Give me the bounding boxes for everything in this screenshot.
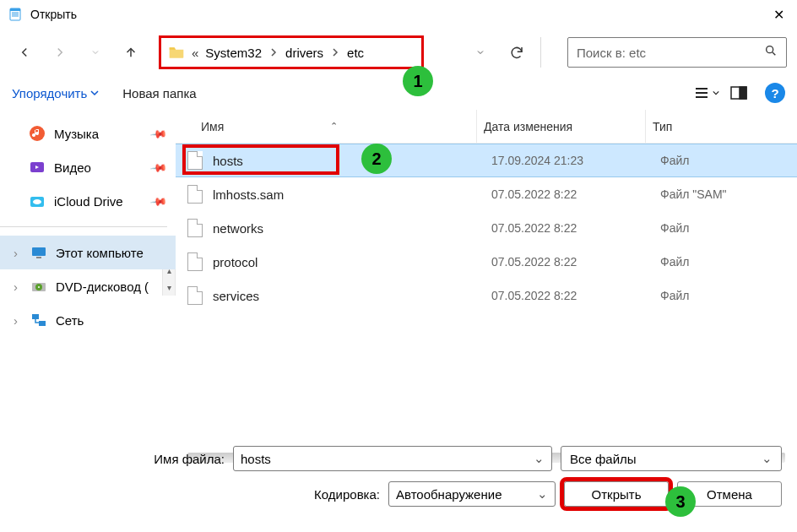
file-row[interactable]: networks07.05.2022 8:22Файл <box>176 211 797 245</box>
svg-rect-10 <box>740 87 746 99</box>
chevron-down-icon[interactable]: ⌄ <box>537 486 548 502</box>
breadcrumb-seg-1[interactable]: drivers <box>282 44 327 62</box>
window-title: Открыть <box>30 8 760 21</box>
up-button[interactable] <box>117 38 145 67</box>
chevron-right-icon[interactable] <box>270 45 277 60</box>
filename-input[interactable]: hosts ⌄ <box>233 446 552 471</box>
column-date[interactable]: Дата изменения <box>476 110 645 143</box>
file-type: Файл <box>660 289 797 302</box>
svg-rect-16 <box>32 247 46 256</box>
file-row[interactable]: services07.05.2022 8:22Файл <box>176 279 797 312</box>
file-date: 17.09.2024 21:23 <box>491 154 660 167</box>
svg-point-15 <box>33 199 41 204</box>
expander-icon[interactable]: › <box>14 313 27 328</box>
encoding-label: Кодировка: <box>15 487 380 502</box>
filename-label: Имя файла: <box>15 452 225 466</box>
filetype-filter[interactable]: Все файлы ⌄ <box>561 446 782 471</box>
command-bar: Упорядочить Новая папка ? <box>0 76 797 110</box>
chevron-down-icon[interactable]: ⌄ <box>762 451 773 466</box>
file-date: 07.05.2022 8:22 <box>491 289 660 302</box>
nav-toolbar: « System32 drivers etc Поиск в: etc <box>0 29 797 76</box>
address-dropdown[interactable] <box>468 47 493 57</box>
back-button[interactable] <box>10 38 39 67</box>
icloud-icon <box>29 193 46 209</box>
file-icon <box>187 151 203 170</box>
breadcrumb-prefix: « <box>192 46 198 60</box>
recent-dropdown[interactable] <box>81 38 110 67</box>
file-name: hosts <box>213 154 491 168</box>
sidebar-item-network[interactable]: › Сеть <box>0 303 176 337</box>
svg-rect-17 <box>36 257 41 258</box>
chevron-down-icon[interactable]: ⌄ <box>534 451 545 466</box>
file-name: services <box>213 289 491 303</box>
file-name: protocol <box>213 255 491 269</box>
chevron-right-icon[interactable] <box>332 45 339 60</box>
organize-label: Упорядочить <box>12 86 87 100</box>
sidebar-item-music[interactable]: Музыка 📌 <box>0 117 176 150</box>
file-name: networks <box>213 221 491 236</box>
search-placeholder: Поиск в: etc <box>577 46 764 60</box>
breadcrumb-seg-2[interactable]: etc <box>344 44 367 62</box>
encoding-select[interactable]: Автообнаружение ⌄ <box>388 481 556 507</box>
file-row[interactable]: hosts17.09.2024 21:23Файл <box>176 144 797 177</box>
sidebar-item-label: DVD-дисковод ( <box>56 280 149 294</box>
pin-icon: 📌 <box>149 124 168 143</box>
annotation-badge-3: 3 <box>665 486 696 517</box>
file-date: 07.05.2022 8:22 <box>491 187 660 201</box>
title-bar: Открыть ✕ <box>0 0 797 29</box>
new-folder-button[interactable]: Новая папка <box>122 86 196 100</box>
forward-button[interactable] <box>46 38 74 67</box>
column-type[interactable]: Тип <box>645 110 797 143</box>
file-icon <box>187 219 203 237</box>
file-type: Файл <box>660 255 797 269</box>
annotation-badge-1: 1 <box>403 66 433 96</box>
video-icon <box>29 159 46 176</box>
file-icon <box>187 185 203 204</box>
filter-value: Все файлы <box>570 452 637 466</box>
svg-rect-1 <box>10 8 20 11</box>
organize-menu[interactable]: Упорядочить <box>12 86 99 100</box>
column-name[interactable]: Имя ⌃ <box>201 120 476 133</box>
sort-asc-icon: ⌃ <box>330 121 338 132</box>
file-row[interactable]: lmhosts.sam07.05.2022 8:22Файл "SAM" <box>176 177 797 211</box>
file-list: Имя ⌃ Дата изменения Тип hosts17.09.2024… <box>176 110 797 437</box>
sidebar-item-icloud[interactable]: iCloud Drive 📌 <box>0 184 176 218</box>
bottom-panel: Имя файла: hosts ⌄ Все файлы ⌄ Кодировка… <box>0 437 797 532</box>
sidebar-item-this-pc[interactable]: › Этот компьюте <box>0 236 176 269</box>
column-headers[interactable]: Имя ⌃ Дата изменения Тип <box>176 110 797 144</box>
help-button[interactable]: ? <box>765 83 785 103</box>
search-input[interactable]: Поиск в: etc <box>567 37 787 68</box>
file-icon <box>187 286 203 305</box>
file-name: lmhosts.sam <box>213 187 491 202</box>
open-button[interactable]: Открыть <box>564 481 669 507</box>
svg-rect-21 <box>32 314 39 319</box>
svg-point-20 <box>38 286 40 288</box>
expander-icon[interactable]: › <box>14 246 27 260</box>
file-row[interactable]: protocol07.05.2022 8:22Файл <box>176 245 797 279</box>
music-icon <box>29 125 46 142</box>
sidebar-item-video[interactable]: Видео 📌 <box>0 150 176 184</box>
file-type: Файл <box>660 154 797 167</box>
file-type: Файл <box>660 221 797 235</box>
preview-pane-button[interactable] <box>724 81 753 105</box>
expander-icon[interactable]: › <box>14 280 27 294</box>
view-mode-button[interactable] <box>692 81 721 105</box>
pin-icon: 📌 <box>149 192 168 210</box>
sidebar-divider <box>0 226 167 227</box>
pc-icon <box>30 244 47 261</box>
network-icon <box>30 312 47 328</box>
svg-point-5 <box>767 46 773 53</box>
address-bar[interactable]: « System32 drivers etc <box>159 35 424 69</box>
sidebar: Музыка 📌 Видео 📌 iCloud Drive 📌 ▴▾ › Это… <box>0 110 176 437</box>
file-icon <box>187 252 203 271</box>
file-date: 07.05.2022 8:22 <box>491 221 660 235</box>
sidebar-item-label: iCloud Drive <box>54 194 123 209</box>
folder-icon <box>168 45 185 60</box>
file-type: Файл "SAM" <box>660 187 797 201</box>
sidebar-item-dvd[interactable]: › DVD-дисковод ( <box>0 269 176 303</box>
close-button[interactable]: ✕ <box>760 0 797 29</box>
search-icon <box>764 44 778 61</box>
breadcrumb-seg-0[interactable]: System32 <box>202 44 265 62</box>
sidebar-item-label: Видео <box>54 160 91 175</box>
refresh-button[interactable] <box>500 45 534 60</box>
